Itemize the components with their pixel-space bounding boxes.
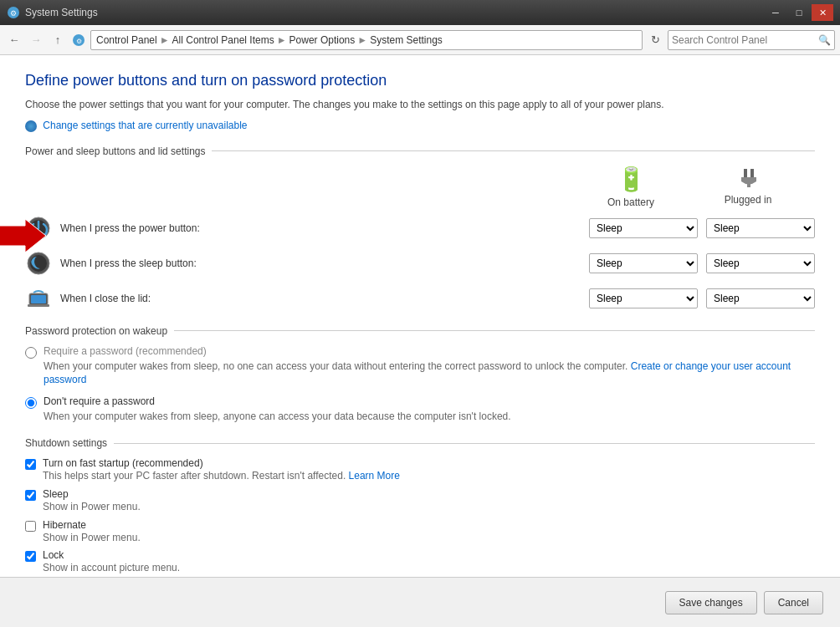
bottom-bar: Save changes Cancel xyxy=(0,577,840,627)
fast-startup-desc: This helps start your PC faster after sh… xyxy=(43,469,400,483)
lid-on-battery-select[interactable]: Sleep Do nothing Hibernate Shut down xyxy=(589,288,698,308)
lock-row: Lock Show in account picture menu. xyxy=(25,549,815,575)
fast-startup-checkbox[interactable] xyxy=(25,459,36,470)
up-button[interactable]: ↑ xyxy=(49,31,67,49)
arrow-indicator xyxy=(0,219,46,255)
svg-rect-11 xyxy=(28,304,49,307)
svg-marker-4 xyxy=(0,219,46,252)
search-icon: 🔍 xyxy=(818,34,831,46)
lid-icon xyxy=(25,285,52,312)
sleep-button-on-battery-select[interactable]: Sleep Do nothing Hibernate Shut down xyxy=(589,253,698,273)
save-changes-button[interactable]: Save changes xyxy=(665,591,757,614)
forward-button[interactable]: → xyxy=(27,31,45,49)
sleep-checkbox[interactable] xyxy=(25,490,36,501)
hibernate-desc: Show in Power menu. xyxy=(43,531,141,545)
no-require-password-option: Don't require a password When your compu… xyxy=(25,395,815,424)
section-1-header: Power and sleep buttons and lid settings xyxy=(25,145,815,157)
column-headers: 🔋 On battery Plugged in xyxy=(25,166,815,208)
sep3: ► xyxy=(357,34,367,46)
title-bar: ⚙ System Settings ─ □ ✕ xyxy=(0,0,840,25)
section-3-header: Shutdown settings xyxy=(25,437,815,449)
sleep-shutdown-desc: Show in Power menu. xyxy=(43,500,141,514)
hibernate-label: Hibernate xyxy=(43,519,141,531)
main-area: Define power buttons and turn on passwor… xyxy=(0,55,840,577)
plugged-in-header: Plugged in xyxy=(689,166,807,208)
lid-plugged-in-select[interactable]: Sleep Do nothing Hibernate Shut down xyxy=(706,288,815,308)
address-bar: ← → ↑ ⚙ Control Panel ► All Control Pane… xyxy=(0,25,840,55)
window-controls: ─ □ ✕ xyxy=(765,4,833,21)
back-button[interactable]: ← xyxy=(5,31,23,49)
svg-text:⚙: ⚙ xyxy=(76,38,82,45)
breadcrumb-2[interactable]: All Control Panel Items xyxy=(172,34,274,46)
battery-icon: 🔋 xyxy=(617,166,646,193)
plugin-icon xyxy=(735,166,761,191)
breadcrumb-path[interactable]: Control Panel ► All Control Panel Items … xyxy=(90,30,643,50)
breadcrumb-4[interactable]: System Settings xyxy=(370,34,443,46)
lock-checkbox[interactable] xyxy=(25,551,36,562)
power-button-row: When I press the power button: Sleep Do … xyxy=(25,215,815,242)
settings-rows: When I press the power button: Sleep Do … xyxy=(25,215,815,312)
sep2: ► xyxy=(277,34,287,46)
sleep-button-label: When I press the sleep button: xyxy=(60,257,589,269)
sep1: ► xyxy=(160,34,170,46)
breadcrumb-1[interactable]: Control Panel xyxy=(96,34,157,46)
refresh-button[interactable]: ↻ xyxy=(646,31,664,49)
lid-dropdowns: Sleep Do nothing Hibernate Shut down Sle… xyxy=(589,288,815,308)
sleep-button-plugged-in-select[interactable]: Sleep Do nothing Hibernate Shut down xyxy=(706,253,815,273)
change-settings-link[interactable]: Change settings that are currently unava… xyxy=(25,120,248,131)
svg-rect-10 xyxy=(31,295,46,303)
require-password-desc: When your computer wakes from sleep, no … xyxy=(44,359,815,388)
learn-more-link[interactable]: Learn More xyxy=(349,470,400,482)
app-icon: ⚙ xyxy=(7,6,20,19)
lid-label: When I close the lid: xyxy=(60,293,589,304)
lock-desc: Show in account picture menu. xyxy=(43,561,180,575)
search-input[interactable] xyxy=(672,34,818,46)
globe-icon xyxy=(25,120,37,132)
power-button-plugged-in-select[interactable]: Sleep Do nothing Hibernate Shut down xyxy=(706,218,815,238)
close-button[interactable]: ✕ xyxy=(812,4,833,21)
sleep-button-dropdowns: Sleep Do nothing Hibernate Shut down Sle… xyxy=(589,253,815,273)
cancel-button[interactable]: Cancel xyxy=(764,591,823,614)
lock-label: Lock xyxy=(43,549,180,561)
require-password-radio[interactable] xyxy=(25,347,37,359)
maximize-button[interactable]: □ xyxy=(788,4,810,21)
power-button-label: When I press the power button: xyxy=(60,222,589,234)
hibernate-row: Hibernate Show in Power menu. xyxy=(25,519,815,545)
control-panel-icon: ⚙ xyxy=(72,33,85,47)
section-2-header: Password protection on wakeup xyxy=(25,325,815,337)
sleep-shutdown-label: Sleep xyxy=(43,488,141,500)
content-area: Define power buttons and turn on passwor… xyxy=(0,55,840,577)
hibernate-checkbox[interactable] xyxy=(25,521,36,532)
sleep-button-row: When I press the sleep button: Sleep Do … xyxy=(25,250,815,277)
no-require-password-desc: When your computer wakes from sleep, any… xyxy=(44,410,511,424)
page-description: Choose the power settings that you want … xyxy=(25,98,815,112)
page-title: Define power buttons and turn on passwor… xyxy=(25,72,815,89)
sleep-shutdown-row: Sleep Show in Power menu. xyxy=(25,488,815,514)
lid-row: When I close the lid: Sleep Do nothing H… xyxy=(25,285,815,312)
power-button-dropdowns: Sleep Do nothing Hibernate Shut down Sle… xyxy=(589,218,815,238)
minimize-button[interactable]: ─ xyxy=(765,4,786,21)
fast-startup-label: Turn on fast startup (recommended) xyxy=(43,457,400,469)
power-button-on-battery-select[interactable]: Sleep Do nothing Hibernate Shut down xyxy=(589,218,698,238)
breadcrumb-3[interactable]: Power Options xyxy=(289,34,356,46)
on-battery-header: 🔋 On battery xyxy=(572,166,689,208)
require-password-option: Require a password (recommended) When yo… xyxy=(25,345,815,388)
no-require-password-label: Don't require a password xyxy=(44,395,511,407)
svg-text:⚙: ⚙ xyxy=(10,9,17,18)
require-password-label: Require a password (recommended) xyxy=(44,345,815,357)
window-title: System Settings xyxy=(25,7,98,18)
no-require-password-radio[interactable] xyxy=(25,397,37,409)
fast-startup-row: Turn on fast startup (recommended) This … xyxy=(25,457,815,483)
search-box: 🔍 xyxy=(668,30,835,50)
